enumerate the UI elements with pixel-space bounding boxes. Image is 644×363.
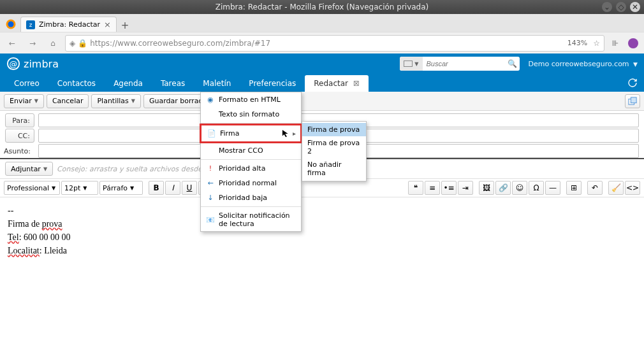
- browser-toolbar: ← → ⌂ ◈ 🔒 https://www.correowebseguro.co…: [0, 32, 644, 53]
- hr-icon[interactable]: —: [545, 181, 560, 195]
- submenu-firma-prova-2[interactable]: Firma de prova 2: [302, 136, 366, 158]
- chevron-down-icon: ▼: [130, 185, 134, 191]
- link-icon[interactable]: 🔗: [495, 181, 511, 195]
- chevron-down-icon: ▼: [414, 61, 418, 67]
- zoom-level[interactable]: 143%: [564, 38, 590, 48]
- bold-icon[interactable]: B: [149, 181, 164, 195]
- menu-solicitar-notificacion[interactable]: 📧 Solicitar notificación de lectura: [201, 208, 301, 231]
- chevron-down-icon: ▼: [131, 98, 135, 104]
- clear-format-icon[interactable]: 🧹: [608, 181, 624, 195]
- star-icon[interactable]: ☆: [593, 39, 600, 48]
- tab-maletin[interactable]: Maletín: [194, 75, 240, 92]
- url-bar[interactable]: ◈ 🔒 https://www.correowebseguro.com/zimb…: [65, 35, 604, 52]
- tab-preferencias[interactable]: Preferencias: [240, 75, 305, 92]
- indent-icon[interactable]: ⇥: [458, 181, 473, 195]
- menu-prioridad-baja[interactable]: ↓ Prioridad baja: [201, 190, 301, 205]
- italic-icon[interactable]: I: [165, 181, 180, 195]
- align-left-icon[interactable]: ≡: [425, 181, 440, 195]
- compose-toolbar: Enviar▼ Cancelar Plantillas▼ Guardar bor…: [0, 92, 644, 111]
- compose-area: Enviar▼ Cancelar Plantillas▼ Guardar bor…: [0, 92, 644, 363]
- private-mask-icon: [626, 36, 640, 50]
- svg-point-1: [8, 22, 14, 27]
- zimbra-header: @ zimbra ▼ 🔍 Demo correowebseguro.com ▼: [0, 53, 644, 74]
- refresh-icon[interactable]: [627, 78, 638, 88]
- search-box[interactable]: ▼ 🔍: [400, 57, 519, 71]
- search-input[interactable]: [423, 60, 506, 68]
- options-menu: ◉ Formato en HTML Texto sin formato 📄 Fi…: [200, 92, 302, 232]
- window-title: Zimbra: Redactar - Mozilla Firefox (Nave…: [0, 3, 644, 11]
- tab-close-icon[interactable]: ×: [104, 20, 111, 29]
- priority-low-icon: ↓: [206, 194, 215, 202]
- paragraph-format-select[interactable]: Párrafo▼: [99, 181, 143, 195]
- underline-icon[interactable]: U: [182, 181, 197, 195]
- menu-firma[interactable]: 📄 Firma ▸: [202, 126, 300, 141]
- tab-tareas[interactable]: Tareas: [152, 75, 194, 92]
- menu-separator: [201, 159, 301, 160]
- tab-redactar-close-icon[interactable]: ⊠: [353, 79, 360, 88]
- back-button[interactable]: ←: [4, 35, 20, 52]
- forward-button[interactable]: →: [24, 35, 41, 52]
- table-icon[interactable]: ⊞: [566, 181, 582, 195]
- compose-body[interactable]: -- Firma de prova Tel: 600 00 00 00 Loca…: [0, 197, 644, 363]
- search-scope-button[interactable]: ▼: [400, 57, 422, 71]
- submenu-firma-prova[interactable]: Firma de prova: [302, 123, 366, 136]
- zimbra-logo: @ zimbra: [6, 57, 59, 71]
- source-code-icon[interactable]: <>: [625, 181, 640, 195]
- undo-icon[interactable]: ↶: [587, 181, 603, 195]
- templates-button[interactable]: Plantillas▼: [91, 94, 141, 108]
- window-close-button[interactable]: ✕: [630, 2, 640, 12]
- insert-image-icon[interactable]: 🖼: [479, 181, 494, 195]
- firma-submenu: Firma de prova Firma de prova 2 No añadi…: [302, 121, 367, 182]
- font-family-select[interactable]: Professional▼: [4, 181, 60, 195]
- user-label: Demo correowebseguro.com: [529, 60, 629, 68]
- font-size-select[interactable]: 12pt▼: [61, 181, 98, 195]
- chevron-down-icon: ▼: [34, 98, 38, 104]
- brand-text: zimbra: [24, 58, 59, 70]
- user-menu[interactable]: Demo correowebseguro.com ▼: [529, 60, 638, 68]
- menu-mostrar-cco[interactable]: Mostrar CCO: [201, 143, 301, 158]
- special-char-icon[interactable]: Ω: [529, 181, 544, 195]
- tab-agenda[interactable]: Agenda: [105, 75, 152, 92]
- library-icon[interactable]: ⊪: [608, 36, 622, 50]
- tab-correo[interactable]: Correo: [5, 75, 48, 92]
- svg-rect-5: [631, 97, 636, 103]
- menu-prioridad-alta[interactable]: ! Prioridad alta: [201, 161, 301, 176]
- window-maximize-button[interactable]: ◇: [616, 2, 626, 12]
- send-button[interactable]: Enviar▼: [4, 94, 44, 108]
- window-minimize-button[interactable]: ⌄: [602, 2, 612, 12]
- body-line-2: Tel: 600 00 00 00: [8, 231, 636, 244]
- chevron-down-icon: ▼: [43, 166, 47, 172]
- submenu-caret-icon: ▸: [293, 130, 296, 137]
- shield-icon: ◈: [70, 39, 75, 48]
- list-bullet-icon[interactable]: •≡: [441, 181, 457, 195]
- menu-formato-html[interactable]: ◉ Formato en HTML: [201, 92, 301, 107]
- new-tab-button[interactable]: +: [118, 19, 132, 32]
- radio-selected-icon: ◉: [206, 96, 215, 104]
- emoji-icon[interactable]: ☺: [512, 181, 527, 195]
- cursor-icon: [282, 129, 291, 138]
- os-titlebar: Zimbra: Redactar - Mozilla Firefox (Nave…: [0, 0, 644, 14]
- mail-icon: [404, 60, 413, 67]
- chevron-down-icon: ▼: [633, 61, 638, 68]
- cc-label-button[interactable]: CC:: [5, 129, 34, 143]
- tab-redactar[interactable]: Redactar ⊠: [305, 75, 369, 92]
- body-line-3: Localitat: Lleida: [8, 244, 636, 257]
- subject-label: Asunto:: [5, 144, 34, 158]
- submenu-no-anadir-firma[interactable]: No añadir firma: [302, 158, 366, 180]
- tab-contactos[interactable]: Contactos: [48, 75, 105, 92]
- search-icon[interactable]: 🔍: [506, 59, 520, 68]
- cancel-button[interactable]: Cancelar: [47, 94, 89, 108]
- home-button[interactable]: ⌂: [45, 35, 61, 52]
- open-new-window-icon[interactable]: [625, 94, 640, 108]
- chevron-down-icon: ▼: [52, 185, 55, 191]
- body-line-1: Firma de prova: [8, 217, 636, 231]
- firefox-logo-icon: [3, 17, 19, 32]
- browser-tab[interactable]: z Zimbra: Redactar ×: [20, 17, 117, 32]
- lock-icon: 🔒: [78, 39, 87, 48]
- menu-prioridad-normal[interactable]: ← Prioridad normal: [201, 176, 301, 190]
- menu-texto-sin-formato[interactable]: Texto sin formato: [201, 107, 301, 122]
- to-label-button[interactable]: Para:: [5, 113, 34, 127]
- blockquote-icon[interactable]: ❝: [408, 181, 423, 195]
- receipt-icon: 📧: [206, 216, 215, 224]
- attach-button[interactable]: Adjuntar▼: [5, 162, 53, 176]
